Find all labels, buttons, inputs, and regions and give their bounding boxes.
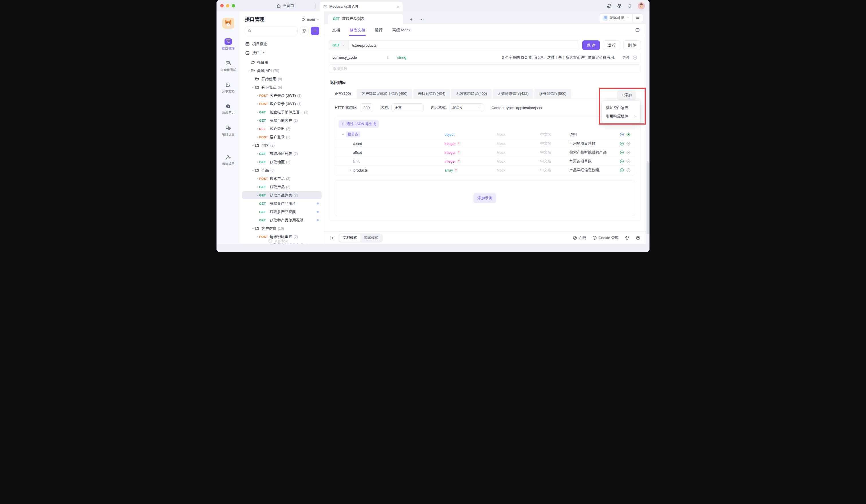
notifications-bell-icon[interactable] [628, 3, 632, 8]
tree-api-客户登录 (JWT)[interactable]: POST客户登录 (JWT)(1) [242, 100, 322, 108]
add-example-button[interactable]: 添加示例 [474, 193, 496, 203]
chevron-right-icon[interactable] [255, 244, 259, 244]
close-tab-icon[interactable]: × [397, 4, 399, 9]
schema-field-name[interactable]: count [339, 142, 444, 146]
chevron-right-icon[interactable] [255, 94, 259, 97]
schema-field-name[interactable]: 根节点 [339, 132, 444, 137]
add-field-icon[interactable] [626, 132, 631, 137]
menu-item-添加空白响应[interactable]: 添加空白响应 [602, 104, 640, 112]
response-name-input[interactable]: 正常 [391, 103, 423, 112]
tree-api-客户登出[interactable]: DEL客户登出(2) [242, 125, 322, 133]
tree-api-获取当前客户[interactable]: GET获取当前客户(2) [242, 116, 322, 125]
chevron-down-icon[interactable] [251, 144, 255, 147]
tree-folder-产品[interactable]: 产品(6) [242, 166, 322, 175]
doc-mode-segment[interactable]: 文档模式 [340, 234, 360, 242]
tree-folder-客户信息[interactable]: 客户信息(10) [242, 224, 322, 233]
add-api-button[interactable] [311, 27, 319, 35]
menu-item-引用响应组件[interactable]: 引用响应组件 [602, 112, 640, 120]
response-tab[interactable]: 无效状态错误(409) [451, 89, 492, 99]
schema-field-type[interactable]: object [444, 132, 497, 137]
method-dropdown[interactable]: GET [329, 41, 348, 50]
field-description[interactable]: 检索产品时跳过的产品 [569, 150, 609, 155]
chevron-down-icon[interactable] [251, 169, 255, 172]
tree-api-客户登录[interactable]: POST客户登录(2) [242, 133, 322, 141]
chevron-right-icon[interactable] [255, 152, 259, 155]
tree-folder-身份验证[interactable]: 身份验证(6) [242, 83, 322, 91]
chevron-right-icon[interactable] [255, 194, 259, 197]
tree-api-获取地区列表[interactable]: GET获取地区列表(2) [242, 149, 322, 158]
add-field-icon[interactable] [620, 150, 624, 155]
rail-item-project-settings[interactable]: 项目设置 [221, 125, 236, 137]
cn-name-placeholder[interactable]: 中文名 [540, 141, 569, 146]
add-param-input[interactable]: 添加参数 [329, 65, 641, 73]
content-format-select[interactable]: JSON [449, 103, 484, 112]
chevron-right-icon[interactable] [255, 177, 259, 180]
cn-name-placeholder[interactable]: 中文名 [540, 150, 569, 155]
tree-folder-开始使用[interactable]: 开始使用(0) [242, 75, 322, 83]
cn-name-placeholder[interactable]: 中文名 [540, 132, 569, 137]
environment-menu-button[interactable] [633, 14, 643, 22]
add-field-icon[interactable] [620, 159, 624, 164]
minimize-window-button[interactable] [226, 4, 230, 8]
add-field-icon[interactable] [620, 168, 624, 172]
response-tab[interactable]: 服务器错误(500) [534, 89, 571, 99]
project-tab[interactable]: Medusa 商城 API × [320, 2, 403, 11]
remove-field-icon[interactable] [626, 168, 631, 172]
mock-placeholder[interactable]: Mock [497, 142, 540, 146]
chevron-right-icon[interactable] [255, 111, 259, 114]
tree-folder-地区[interactable]: 地区(2) [242, 141, 322, 149]
chevron-right-icon[interactable] [255, 161, 259, 164]
tree-folder-根目录[interactable]: 根目录 [242, 58, 322, 66]
online-status[interactable]: 在线 [573, 235, 586, 240]
subtab-修改文档[interactable]: 修改文档 [350, 24, 365, 36]
tshirt-icon[interactable] [625, 236, 630, 240]
schema-field-type[interactable]: integer* [444, 150, 497, 155]
sync-icon[interactable] [607, 3, 612, 8]
param-type[interactable]: string [397, 55, 406, 59]
param-more-link[interactable]: 更多 [622, 55, 630, 60]
param-description[interactable]: 3 个字符的 ISO 货币代码。这对于基于所选货币进行准确定价很有用。 [502, 55, 618, 60]
filter-button[interactable] [300, 27, 309, 35]
rail-item-invite-members[interactable]: 邀请成员 [221, 154, 236, 166]
tree-api-客户登录 (JWT)[interactable]: POST客户登录 (JWT)(1) [242, 91, 322, 100]
chevron-right-icon[interactable] [255, 119, 259, 122]
tree-api-检查电子邮件是否...[interactable]: GET检查电子邮件是否...(2) [242, 108, 322, 116]
response-tab[interactable]: 未找到错误(404) [413, 89, 450, 99]
schema-field-name[interactable]: limit [339, 159, 444, 164]
chevron-down-icon[interactable] [251, 86, 255, 89]
remove-field-icon[interactable] [626, 150, 631, 155]
debug-mode-segment[interactable]: 调试模式 [360, 234, 382, 242]
subtab-运行[interactable]: 运行 [375, 24, 382, 36]
chevron-down-icon[interactable] [341, 133, 344, 136]
cookie-manager[interactable]: Cookie 管理 [592, 235, 619, 240]
url-input[interactable]: /store/products [348, 43, 377, 47]
tree-api-获取产品列表[interactable]: GET获取产品列表(2) [242, 191, 322, 199]
tree-api-获取产品[interactable]: GET获取产品(2) [242, 183, 322, 191]
chevron-right-icon[interactable] [255, 136, 259, 138]
rail-item-auto-test[interactable]: 自动化测试 [221, 60, 236, 72]
more-actions-icon[interactable] [620, 132, 624, 137]
scrollbar-thumb[interactable] [647, 161, 649, 234]
cn-name-placeholder[interactable]: 中文名 [540, 159, 569, 164]
branch-selector[interactable]: main [302, 17, 319, 22]
schema-field-type[interactable]: array* [444, 168, 497, 172]
field-description[interactable]: 产品详细信息数组。 [569, 168, 609, 173]
cn-name-placeholder[interactable]: 中文名 [540, 168, 569, 173]
tree-api-获取参产品使用说明[interactable]: GET获取参产品使用说明 [242, 216, 322, 224]
close-window-button[interactable] [220, 4, 224, 8]
collapse-sidebar-icon[interactable] [329, 236, 334, 240]
environment-selector[interactable]: 测 测试环境 [599, 14, 632, 22]
response-tab[interactable]: 正常(200) [330, 89, 356, 99]
chevron-down-icon[interactable] [251, 227, 255, 230]
remove-field-icon[interactable] [626, 159, 631, 164]
chevron-right-icon[interactable] [255, 127, 259, 130]
run-button[interactable]: 运 行 [603, 41, 621, 50]
response-tab[interactable]: 客户端错误或多个错误(400) [357, 89, 412, 99]
zoom-window-button[interactable] [232, 4, 235, 8]
new-tab-button[interactable]: ＋ [409, 17, 413, 22]
status-code-input[interactable]: 200 [360, 103, 373, 112]
generate-from-json-button[interactable]: 通过 JSON 等生成 [338, 120, 379, 128]
remove-field-icon[interactable] [626, 142, 631, 146]
subtab-文档[interactable]: 文档 [332, 24, 340, 36]
caret-down-icon[interactable] [262, 52, 265, 54]
